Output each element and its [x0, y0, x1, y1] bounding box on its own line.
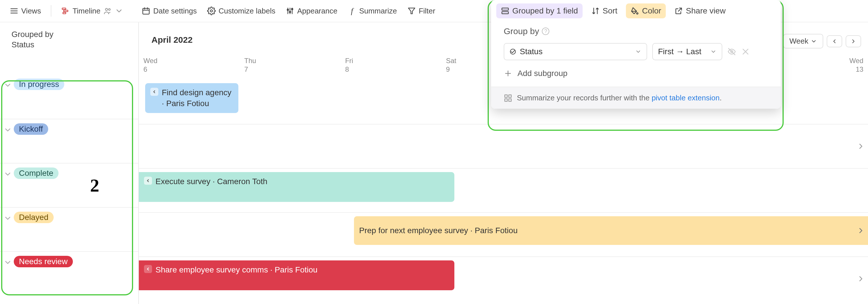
customize-labels-label: Customize labels [219, 7, 275, 16]
status-pill-needsreview: Needs review [14, 256, 73, 267]
sort-button[interactable]: Sort [587, 3, 622, 18]
chevron-down-icon[interactable] [115, 7, 123, 15]
day-col: Thu7 [240, 57, 341, 73]
svg-point-7 [108, 9, 110, 10]
date-settings-label: Date settings [153, 7, 197, 16]
share-view-button[interactable]: Share view [670, 3, 730, 18]
chevron-left-icon [831, 38, 838, 44]
chevron-right-icon[interactable] [857, 226, 865, 235]
chevron-down-icon [635, 49, 641, 55]
chevron-down-icon[interactable] [3, 214, 12, 222]
group-order-value: First → Last [658, 47, 701, 56]
timeline-view-button[interactable]: Timeline [57, 4, 127, 18]
toolbar-divider [51, 5, 51, 17]
grouped-by-button[interactable]: Grouped by 1 field [496, 3, 583, 18]
svg-rect-33 [509, 99, 512, 101]
svg-rect-20 [502, 8, 508, 10]
group-row-needsreview[interactable]: Needs review [0, 251, 138, 295]
popover-title: Group by ? [504, 26, 768, 36]
task-label: Execute survey · Cameron Toth [155, 176, 267, 187]
group-field-select[interactable]: Status [504, 43, 647, 60]
popover-body: Group by ? Status First → Last Add subgr… [491, 18, 781, 87]
extension-icon [504, 94, 512, 102]
group-by-popover: Grouped by 1 field Sort Color Share view… [491, 0, 781, 109]
share-view-label: Share view [686, 6, 726, 16]
group-row-kickoff[interactable]: Kickoff [0, 119, 138, 163]
gear-icon [207, 7, 216, 15]
timeline-label: Timeline [72, 7, 100, 16]
close-icon[interactable] [741, 47, 750, 56]
svg-point-18 [291, 8, 293, 10]
timeline-body: Find design agency · Paris Fotiou Execut… [139, 80, 868, 301]
day-col: Wed6 [139, 57, 240, 73]
chevron-left-icon[interactable] [150, 88, 158, 96]
filter-button[interactable]: Filter [403, 4, 439, 18]
summarize-button[interactable]: f Summarize [344, 4, 401, 18]
range-select[interactable]: Week [783, 34, 823, 49]
task-bar-needsreview[interactable]: Share employee survey comms · Paris Foti… [139, 261, 454, 290]
group-row-inprogress[interactable]: In progress [0, 74, 138, 119]
task-bar-inprogress[interactable]: Find design agency · Paris Fotiou [145, 83, 238, 113]
annotation-label-2: 2 [90, 175, 99, 196]
color-button[interactable]: Color [626, 3, 666, 18]
status-pill-inprogress: In progress [14, 79, 64, 90]
group-row-delayed[interactable]: Delayed [0, 207, 138, 251]
svg-rect-5 [63, 12, 66, 14]
chevron-down-icon[interactable] [3, 126, 12, 134]
sort-label: Sort [603, 6, 617, 16]
pivot-link[interactable]: pivot table extension [652, 93, 720, 102]
group-row-complete[interactable]: Complete [0, 163, 138, 207]
svg-marker-19 [408, 8, 415, 14]
single-select-icon [509, 48, 516, 55]
svg-point-6 [105, 8, 108, 10]
date-settings-button[interactable]: Date settings [138, 4, 201, 18]
sidebar: Grouped by Status In progress Kickoff Co… [0, 22, 139, 304]
svg-rect-21 [502, 12, 508, 14]
task-label: Share employee survey comms · Paris Foti… [155, 265, 317, 275]
timeline-row-kickoff [139, 124, 868, 168]
chevron-down-icon [710, 49, 717, 55]
chevron-left-icon[interactable] [144, 177, 152, 185]
summarize-label: Summarize [359, 7, 397, 16]
popover-footer: Summarize your records further with the … [491, 87, 781, 109]
add-subgroup-button[interactable]: Add subgroup [504, 66, 768, 81]
footer-text: Summarize your records further with the … [517, 93, 722, 102]
filter-label: Filter [419, 7, 435, 16]
timeline-row-complete: Execute survey · Cameron Toth [139, 168, 868, 212]
eye-off-icon[interactable] [727, 47, 736, 56]
status-pill-kickoff: Kickoff [14, 123, 48, 135]
svg-rect-32 [505, 99, 507, 101]
views-button[interactable]: Views [6, 4, 45, 18]
group-order-select[interactable]: First → Last [652, 43, 722, 60]
svg-point-16 [289, 11, 290, 12]
appearance-button[interactable]: Appearance [282, 4, 341, 18]
customize-labels-button[interactable]: Customize labels [203, 4, 279, 18]
group-field-value: Status [520, 47, 542, 56]
next-button[interactable] [846, 35, 861, 47]
grouped-by-field: Status [11, 40, 127, 49]
paint-bucket-icon [630, 7, 639, 15]
svg-rect-3 [62, 8, 66, 9]
prev-button[interactable] [827, 35, 842, 47]
day-col: Fri8 [340, 57, 441, 73]
chevron-right-icon [850, 38, 857, 44]
svg-rect-8 [143, 8, 150, 14]
svg-point-14 [287, 9, 288, 10]
svg-rect-31 [509, 95, 512, 97]
task-bar-delayed[interactable]: Prep for next employee survey · Paris Fo… [354, 216, 868, 245]
chevron-right-icon[interactable] [857, 274, 865, 283]
group-by-title: Group by [504, 26, 539, 36]
task-bar-complete[interactable]: Execute survey · Cameron Toth [139, 172, 454, 202]
help-icon[interactable]: ? [542, 28, 549, 35]
grouped-by-label: Grouped by 1 field [512, 6, 578, 16]
external-link-icon [674, 7, 683, 15]
chevron-left-icon[interactable] [144, 265, 152, 273]
chevron-down-icon[interactable] [3, 170, 12, 178]
group-icon [501, 7, 509, 15]
appearance-label: Appearance [297, 7, 337, 16]
chevron-down-icon[interactable] [3, 81, 12, 89]
chevron-right-icon[interactable] [857, 142, 865, 151]
svg-rect-4 [64, 10, 68, 12]
chevron-down-icon[interactable] [3, 258, 12, 267]
function-icon: f [348, 7, 356, 15]
